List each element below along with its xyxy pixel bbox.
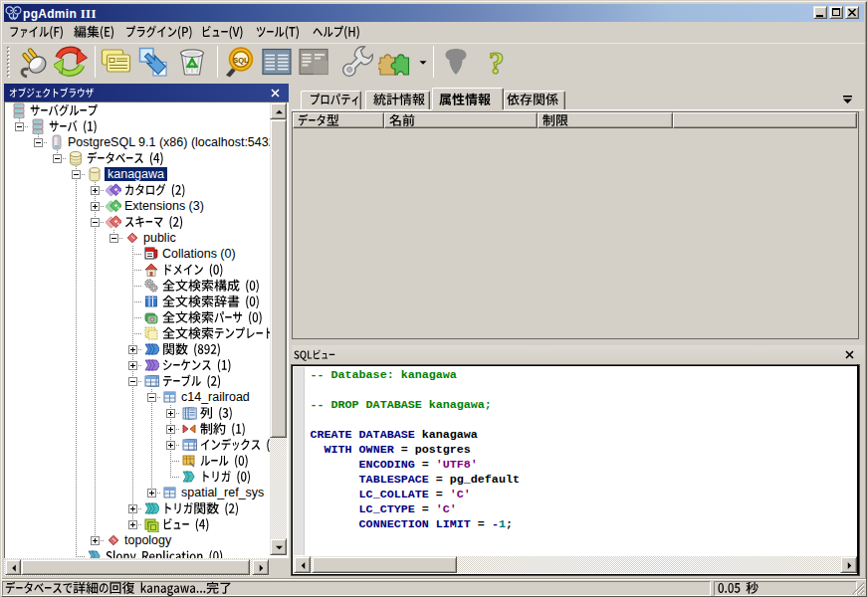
svg-text:SQL: SQL bbox=[233, 56, 249, 65]
svg-text:?: ? bbox=[489, 46, 505, 79]
